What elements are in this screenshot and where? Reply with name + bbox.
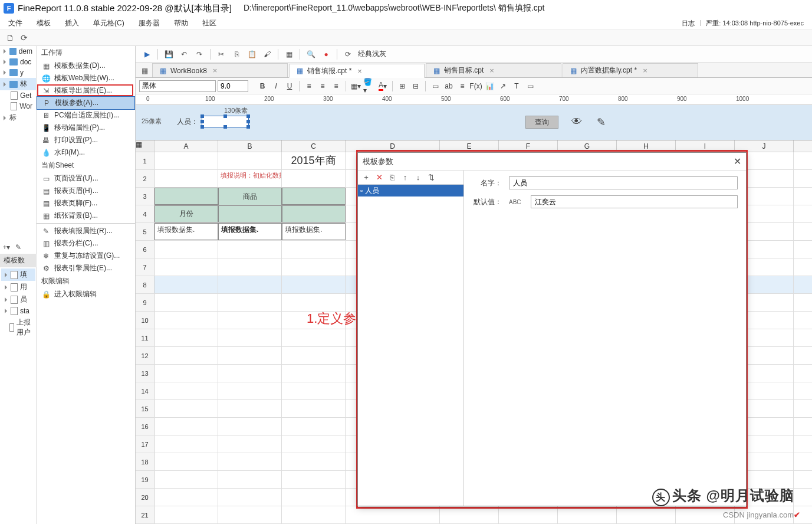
cell[interactable] <box>218 506 282 523</box>
close-icon[interactable]: × <box>489 66 494 75</box>
border-icon[interactable]: ▦▾ <box>350 80 361 92</box>
sort-icon[interactable]: ⇅ <box>426 173 436 182</box>
dd-item-export[interactable]: ⇲模板导出属性(E)... <box>37 84 135 97</box>
dd-item-params[interactable]: P模板参数(A)... <box>37 96 135 110</box>
dd-item-engine[interactable]: ⚙报表引擎属性(E)... <box>37 262 135 274</box>
cell[interactable] <box>282 276 346 293</box>
col-header[interactable]: J <box>735 140 794 152</box>
row-header[interactable]: 19 <box>136 471 154 488</box>
cell[interactable] <box>154 294 218 311</box>
cell[interactable] <box>218 258 282 276</box>
cell[interactable] <box>154 418 218 435</box>
add-icon[interactable]: + <box>361 173 371 182</box>
cell[interactable] <box>218 205 282 222</box>
font-color-icon[interactable]: A▾ <box>377 80 389 92</box>
edit-icon[interactable]: ✎ <box>13 242 24 253</box>
ds-item[interactable]: sta <box>1 306 35 316</box>
preview-icon[interactable]: ▶ <box>140 48 153 61</box>
col-header[interactable]: D <box>346 140 440 152</box>
cell[interactable] <box>282 418 346 435</box>
cell[interactable] <box>440 506 499 523</box>
redo-icon[interactable]: ↷ <box>193 48 206 61</box>
cell[interactable] <box>558 506 617 523</box>
cell[interactable] <box>218 489 282 506</box>
italic-icon[interactable]: I <box>270 80 282 92</box>
tab-sales-target[interactable]: ▦销售目标.cpt× <box>426 63 561 77</box>
cell[interactable] <box>218 347 282 364</box>
edit-icon[interactable]: ✎ <box>597 116 606 129</box>
cell[interactable] <box>346 506 440 523</box>
refresh-icon[interactable]: ⟳ <box>341 48 354 61</box>
col-header[interactable]: H <box>617 140 676 152</box>
cell[interactable] <box>154 329 218 346</box>
cell[interactable] <box>218 312 282 329</box>
cell[interactable] <box>617 506 676 523</box>
col-header[interactable]: C <box>282 140 346 152</box>
cell[interactable] <box>218 329 282 346</box>
param-input-widget[interactable] <box>202 116 249 127</box>
col-header[interactable]: A <box>154 140 218 152</box>
row-header[interactable]: 1 <box>136 152 154 169</box>
new-file-icon[interactable]: 🗋 <box>5 32 15 43</box>
paste-icon[interactable]: 📋 <box>245 48 258 61</box>
tree-item[interactable]: 标 <box>0 112 36 124</box>
cell[interactable] <box>282 170 346 187</box>
cell[interactable] <box>154 435 218 453</box>
align-center-icon[interactable]: ≡ <box>317 80 328 92</box>
row-header[interactable]: 10 <box>136 312 154 329</box>
cell[interactable] <box>154 382 218 399</box>
dd-item-print[interactable]: 🖶打印设置(P)... <box>37 134 135 146</box>
ds-item[interactable]: 用 <box>1 281 35 293</box>
dd-item-web[interactable]: 🌐模板Web属性(W)... <box>37 72 135 84</box>
cell[interactable] <box>218 241 282 258</box>
dd-item-pc-adapt[interactable]: 🖥PC端自适应属性(I)... <box>37 109 135 122</box>
delete-icon[interactable]: ✕ <box>374 173 384 182</box>
cell[interactable] <box>282 471 346 488</box>
dd-item-page[interactable]: ▭页面设置(U)... <box>37 172 135 185</box>
cell[interactable] <box>282 365 346 382</box>
param-list-item[interactable]: ▫ 人员 <box>358 185 463 196</box>
row-header[interactable]: 15 <box>136 400 154 417</box>
chart-icon[interactable]: 📊 <box>484 80 495 92</box>
copy-icon[interactable]: ⎘ <box>387 173 397 182</box>
select-all-corner[interactable]: ▦ <box>136 140 154 152</box>
col-header[interactable]: I <box>676 140 735 152</box>
fill-color-icon[interactable]: 🪣▾ <box>363 80 375 92</box>
size-select[interactable] <box>218 80 248 92</box>
cell[interactable] <box>218 365 282 382</box>
cell[interactable] <box>218 152 282 169</box>
sheet-row[interactable]: 21 <box>136 506 812 524</box>
cell[interactable] <box>154 276 218 293</box>
add-icon[interactable]: +▾ <box>1 242 12 253</box>
cell[interactable]: 填报说明：初始化数据为上一 <box>218 170 282 187</box>
col-header[interactable]: F <box>499 140 558 152</box>
row-header[interactable]: 16 <box>136 418 154 435</box>
row-header[interactable]: 13 <box>136 365 154 382</box>
log-label[interactable]: 日志 <box>682 19 695 28</box>
arrow-icon[interactable]: ↗ <box>497 80 509 92</box>
cell[interactable] <box>282 453 346 470</box>
visibility-icon[interactable]: 👁 <box>571 116 582 128</box>
row-header[interactable]: 8 <box>136 276 154 293</box>
cell[interactable] <box>218 435 282 453</box>
row-header[interactable]: 5 <box>136 223 154 240</box>
row-header[interactable]: 20 <box>136 489 154 506</box>
dd-item-freeze[interactable]: ❄重复与冻结设置(G)... <box>37 250 135 262</box>
dd-item-footer[interactable]: ▤报表页脚(F)... <box>37 197 135 209</box>
tab-sales-fill[interactable]: ▦销售填报.cpt *× <box>289 64 425 78</box>
tbbtn-icon[interactable]: ▦ <box>282 48 295 61</box>
menu-community[interactable]: 社区 <box>202 18 216 28</box>
dd-item-mobile[interactable]: 📱移动端属性(P)... <box>37 122 135 134</box>
cell[interactable] <box>154 258 218 276</box>
cell[interactable] <box>282 489 346 506</box>
dd-item-header[interactable]: ▤报表页眉(H)... <box>37 185 135 197</box>
alert-icon[interactable]: ● <box>320 48 333 61</box>
ds-item[interactable]: 填 <box>1 268 35 281</box>
dd-item-bg[interactable]: ▦纸张背景(B)... <box>37 209 135 222</box>
cell[interactable] <box>218 382 282 399</box>
cell[interactable] <box>282 329 346 346</box>
cell[interactable] <box>282 435 346 453</box>
row-header[interactable]: 6 <box>136 241 154 258</box>
save-icon[interactable]: 💾 <box>162 48 175 61</box>
widget-icon[interactable]: ▭ <box>524 80 536 92</box>
